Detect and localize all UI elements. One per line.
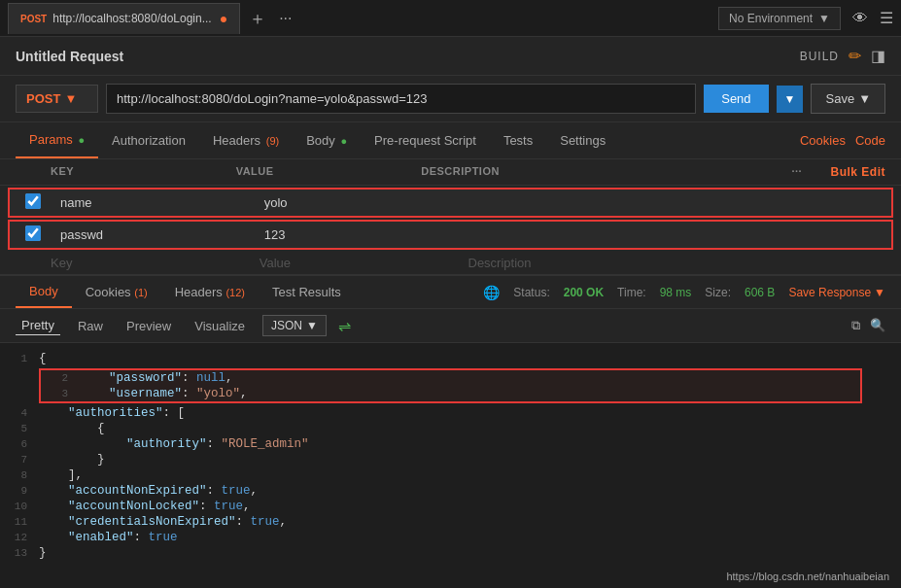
send-dropdown-button[interactable]: ▼ <box>777 86 804 113</box>
tab-body-badge: ● <box>340 135 347 147</box>
request-header: Untitled Request BUILD ✏ ◨ <box>0 37 901 76</box>
send-label: Send <box>721 91 750 106</box>
url-input[interactable] <box>106 84 696 114</box>
tab-more-button[interactable]: ··· <box>271 10 299 27</box>
code-line-8: 8 ], <box>0 467 901 483</box>
tab-tests[interactable]: Tests <box>490 123 546 157</box>
resp-tab-test-results-label: Test Results <box>272 285 341 299</box>
resp-cookies-badge: (1) <box>134 287 147 298</box>
param-row-passwd: passwd 123 <box>8 220 893 250</box>
param-row-empty: Key Value Description <box>0 252 901 274</box>
env-dropdown-icon: ▼ <box>818 12 830 25</box>
send-button[interactable]: Send <box>704 85 768 113</box>
response-tabs-bar: Body Cookies (1) Headers (12) Test Resul… <box>0 276 901 309</box>
search-icon[interactable]: 🔍 <box>870 318 885 333</box>
code-line-4: 4 "authorities": [ <box>0 405 901 421</box>
header-actions-col: ··· <box>792 165 831 179</box>
bulk-edit-dots: ··· <box>792 165 803 177</box>
method-dropdown-icon: ▼ <box>64 91 77 106</box>
resp-tab-body-label: Body <box>29 284 58 298</box>
code-line-1: 1 { <box>0 351 901 366</box>
status-label: Status: <box>513 286 549 299</box>
resp-toolbar-right: ⧉ 🔍 <box>851 318 885 333</box>
tab-authorization-label: Authorization <box>112 133 186 148</box>
resp-view-visualize[interactable]: Visualize <box>189 317 251 335</box>
save-response-button[interactable]: Save Response ▼ <box>788 286 885 299</box>
param-check-name[interactable] <box>25 193 60 212</box>
save-response-label: Save Response <box>788 286 871 299</box>
edit-icon[interactable]: ✏ <box>849 47 861 65</box>
tab-settings[interactable]: Settings <box>546 123 619 157</box>
save-dropdown-icon: ▼ <box>858 91 871 106</box>
format-label: JSON <box>271 319 302 332</box>
code-line-9: 9 "accountNonExpired": true, <box>0 483 901 499</box>
size-label: Size: <box>705 286 731 299</box>
format-select[interactable]: JSON ▼ <box>262 315 327 336</box>
resp-tab-test-results[interactable]: Test Results <box>259 277 355 307</box>
menu-icon[interactable]: ☰ <box>880 9 893 27</box>
tab-bar: POST http://localhost:8080/doLogin... ● … <box>0 0 901 37</box>
bulk-edit-button[interactable]: Bulk Edit <box>831 165 886 179</box>
build-label: BUILD <box>800 50 839 63</box>
header-check-col <box>16 165 51 179</box>
code-line-2: 2 "password": null, <box>41 370 860 386</box>
tab-body[interactable]: Body ● <box>293 123 361 157</box>
resp-tab-body[interactable]: Body <box>16 276 72 308</box>
resp-view-pretty[interactable]: Pretty <box>16 316 60 335</box>
resp-view-preview[interactable]: Preview <box>121 317 177 335</box>
eye-icon[interactable]: 👁 <box>852 10 868 27</box>
save-response-dropdown-icon: ▼ <box>874 286 885 299</box>
tab-url-label: http://localhost:8080/doLogin... <box>52 12 211 25</box>
checkbox-passwd[interactable] <box>25 225 41 241</box>
tab-params-label: Params <box>29 132 73 147</box>
tab-prerequest[interactable]: Pre-request Script <box>361 123 490 157</box>
code-line-12: 12 "enabled": true <box>0 530 901 545</box>
param-check-passwd[interactable] <box>25 225 60 244</box>
empty-desc-placeholder: Description <box>468 256 886 270</box>
resp-tab-cookies[interactable]: Cookies (1) <box>72 277 161 307</box>
params-table: KEY VALUE DESCRIPTION ··· Bulk Edit name… <box>0 159 901 274</box>
tab-close-dot: ● <box>220 11 227 26</box>
save-button[interactable]: Save ▼ <box>811 84 885 114</box>
resp-view-raw[interactable]: Raw <box>72 317 109 335</box>
tab-body-label: Body <box>306 133 335 148</box>
tab-headers-badge: (9) <box>266 135 279 147</box>
wrap-icon[interactable]: ⇌ <box>338 317 351 335</box>
resp-headers-badge: (12) <box>225 287 245 298</box>
url-bar: POST ▼ Send ▼ Save ▼ <box>0 76 901 122</box>
empty-value-placeholder[interactable]: Value <box>260 256 468 270</box>
status-value: 200 OK <box>564 286 604 299</box>
header-value-col: VALUE <box>236 165 422 179</box>
tab-authorization[interactable]: Authorization <box>98 123 199 157</box>
response-toolbar: Pretty Raw Preview Visualize JSON ▼ ⇌ ⧉ … <box>0 309 901 343</box>
tab-method-badge: POST <box>20 14 47 24</box>
code-line-7: 7 } <box>0 452 901 467</box>
method-select[interactable]: POST ▼ <box>16 85 98 113</box>
env-label: No Environment <box>729 12 813 25</box>
method-label: POST <box>26 91 60 106</box>
copy-icon[interactable]: ⧉ <box>851 318 860 333</box>
header-key-col: KEY <box>51 165 236 179</box>
tab-params-badge: ● <box>78 134 85 146</box>
tab-headers[interactable]: Headers (9) <box>199 123 293 157</box>
format-dropdown-icon: ▼ <box>306 319 318 332</box>
request-tab[interactable]: POST http://localhost:8080/doLogin... ● <box>8 3 240 34</box>
tab-tests-label: Tests <box>503 133 533 148</box>
resp-tab-headers[interactable]: Headers (12) <box>161 277 259 307</box>
request-title: Untitled Request <box>16 49 123 64</box>
tab-headers-label: Headers <box>213 133 260 148</box>
response-section: Body Cookies (1) Headers (12) Test Resul… <box>0 274 901 567</box>
empty-key-placeholder[interactable]: Key <box>51 256 260 270</box>
code-line-5: 5 { <box>0 421 901 436</box>
cookies-link[interactable]: Cookies <box>800 133 846 148</box>
globe-icon: 🌐 <box>483 285 500 300</box>
new-tab-button[interactable]: ＋ <box>244 5 271 32</box>
time-value: 98 ms <box>660 286 692 299</box>
note-icon[interactable]: ◨ <box>871 47 885 65</box>
tab-params[interactable]: Params ● <box>16 122 98 158</box>
request-tabs-nav: Params ● Authorization Headers (9) Body … <box>0 122 901 159</box>
resp-tab-cookies-label: Cookies <box>86 285 131 299</box>
checkbox-name[interactable] <box>25 193 41 209</box>
environment-selector[interactable]: No Environment ▼ <box>718 7 841 30</box>
code-link[interactable]: Code <box>855 133 885 148</box>
